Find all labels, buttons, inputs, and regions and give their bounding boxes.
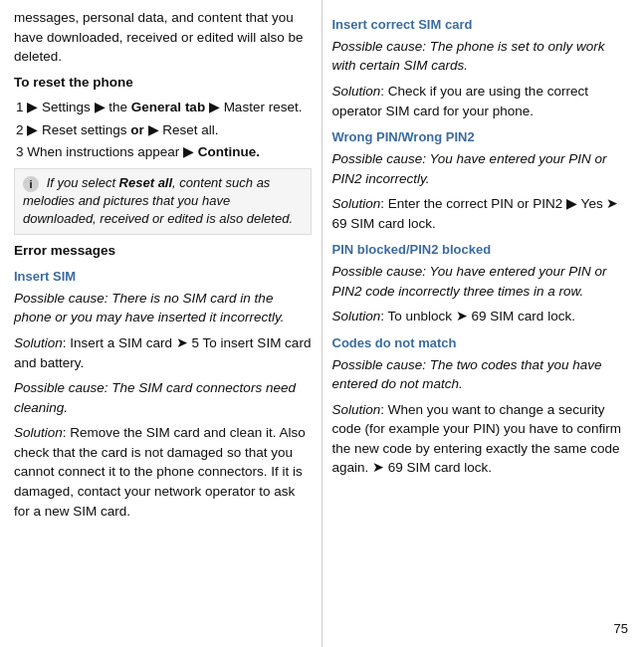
- step-3: 3 When instructions appear ▶ Continue.: [14, 142, 312, 162]
- continue-bold: Continue.: [198, 144, 260, 159]
- insert-correct-p1: Possible cause: The phone is set to only…: [332, 37, 631, 76]
- wrong-pin-header: Wrong PIN/Wrong PIN2: [332, 128, 631, 147]
- insert-sim-p1: Possible cause: There is no SIM card in …: [14, 289, 312, 327]
- insert-sim-p2: Possible cause: The SIM card connectors …: [14, 378, 312, 417]
- reset-title: To reset the phone: [14, 73, 312, 93]
- info-icon: i: [23, 176, 39, 192]
- pin-blocked-header: PIN blocked/PIN2 blocked: [332, 241, 631, 260]
- tab-bold: tab: [185, 100, 205, 114]
- insert-sim-s2: Solution: Remove the SIM card and clean …: [14, 423, 312, 521]
- info-text: If you select Reset all, content such as…: [23, 175, 293, 226]
- steps-list: 1 ▶ Settings ▶ the General tab ▶ Master …: [14, 98, 312, 162]
- step-1-num: 1: [16, 100, 27, 114]
- page-number: 75: [614, 620, 628, 639]
- insert-correct-s1: Solution: Check if you are using the cor…: [332, 82, 631, 120]
- insert-sim-s1: Solution: Insert a SIM card ➤ 5 To inser…: [14, 333, 312, 372]
- general-tab-bold: General: [131, 100, 181, 114]
- step-2-num: 2: [16, 122, 27, 137]
- pin-blocked-s1: Solution: To unblock ➤ 69 SIM card lock.: [332, 307, 631, 326]
- codes-p1: Possible cause: The two codes that you h…: [332, 355, 631, 394]
- right-column: Insert correct SIM card Possible cause: …: [322, 0, 645, 647]
- page: messages, personal data, and content tha…: [0, 0, 644, 647]
- step-1: 1 ▶ Settings ▶ the General tab ▶ Master …: [14, 98, 312, 117]
- wrong-pin-p1: Possible cause: You have entered your PI…: [332, 149, 631, 188]
- error-messages-header: Error messages: [14, 241, 312, 261]
- pin-blocked-p1: Possible cause: You have entered your PI…: [332, 262, 631, 301]
- step-3-num: 3: [16, 144, 27, 159]
- codes-s1: Solution: When you want to change a secu…: [332, 400, 631, 478]
- left-column: messages, personal data, and content tha…: [0, 0, 322, 647]
- step-2: 2 ▶ Reset settings or ▶ Reset all.: [14, 120, 312, 140]
- or-bold: or: [130, 122, 144, 137]
- info-box: i If you select Reset all, content such …: [14, 168, 312, 235]
- wrong-pin-s1: Solution: Enter the correct PIN or PIN2 …: [332, 194, 631, 233]
- codes-header: Codes do not match: [332, 334, 631, 353]
- insert-correct-sim-header: Insert correct SIM card: [332, 16, 631, 35]
- intro-text: messages, personal data, and content tha…: [14, 8, 312, 67]
- insert-sim-header: Insert SIM: [14, 268, 312, 287]
